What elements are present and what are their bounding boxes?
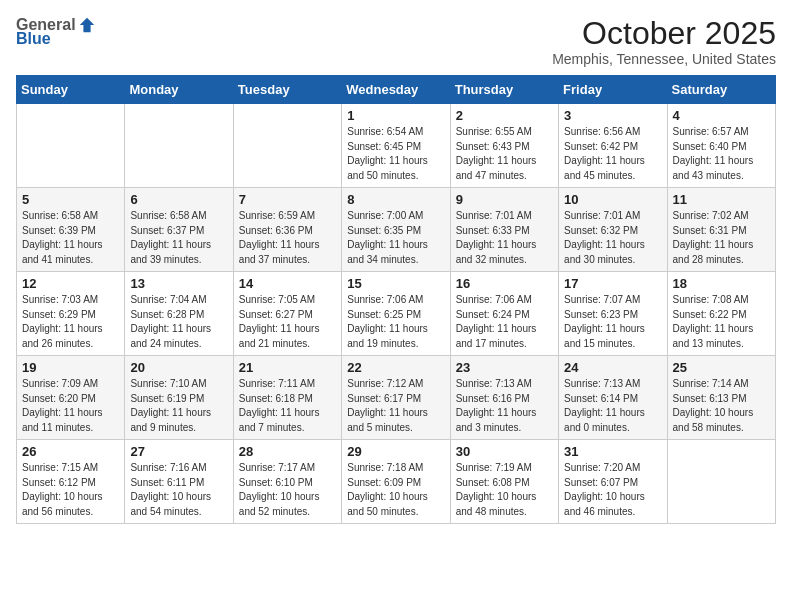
- calendar-week-row: 1Sunrise: 6:54 AM Sunset: 6:45 PM Daylig…: [17, 104, 776, 188]
- svg-marker-0: [79, 18, 93, 32]
- day-number: 11: [673, 192, 770, 207]
- calendar-cell: 11Sunrise: 7:02 AM Sunset: 6:31 PM Dayli…: [667, 188, 775, 272]
- day-number: 1: [347, 108, 444, 123]
- calendar-cell: [125, 104, 233, 188]
- calendar-table: SundayMondayTuesdayWednesdayThursdayFrid…: [16, 75, 776, 524]
- title-block: October 2025 Memphis, Tennessee, United …: [552, 16, 776, 67]
- day-info: Sunrise: 7:13 AM Sunset: 6:16 PM Dayligh…: [456, 377, 553, 435]
- day-info: Sunrise: 7:15 AM Sunset: 6:12 PM Dayligh…: [22, 461, 119, 519]
- day-info: Sunrise: 7:13 AM Sunset: 6:14 PM Dayligh…: [564, 377, 661, 435]
- calendar-cell: [233, 104, 341, 188]
- day-info: Sunrise: 7:07 AM Sunset: 6:23 PM Dayligh…: [564, 293, 661, 351]
- calendar-week-row: 19Sunrise: 7:09 AM Sunset: 6:20 PM Dayli…: [17, 356, 776, 440]
- calendar-cell: 9Sunrise: 7:01 AM Sunset: 6:33 PM Daylig…: [450, 188, 558, 272]
- day-number: 17: [564, 276, 661, 291]
- calendar-cell: 26Sunrise: 7:15 AM Sunset: 6:12 PM Dayli…: [17, 440, 125, 524]
- day-info: Sunrise: 7:14 AM Sunset: 6:13 PM Dayligh…: [673, 377, 770, 435]
- calendar-cell: 12Sunrise: 7:03 AM Sunset: 6:29 PM Dayli…: [17, 272, 125, 356]
- day-number: 10: [564, 192, 661, 207]
- day-info: Sunrise: 6:56 AM Sunset: 6:42 PM Dayligh…: [564, 125, 661, 183]
- logo-icon: [78, 16, 96, 34]
- day-info: Sunrise: 7:03 AM Sunset: 6:29 PM Dayligh…: [22, 293, 119, 351]
- weekday-header-monday: Monday: [125, 76, 233, 104]
- day-number: 5: [22, 192, 119, 207]
- day-info: Sunrise: 7:04 AM Sunset: 6:28 PM Dayligh…: [130, 293, 227, 351]
- calendar-header-row: SundayMondayTuesdayWednesdayThursdayFrid…: [17, 76, 776, 104]
- day-info: Sunrise: 7:16 AM Sunset: 6:11 PM Dayligh…: [130, 461, 227, 519]
- calendar-cell: 20Sunrise: 7:10 AM Sunset: 6:19 PM Dayli…: [125, 356, 233, 440]
- day-number: 7: [239, 192, 336, 207]
- calendar-cell: 14Sunrise: 7:05 AM Sunset: 6:27 PM Dayli…: [233, 272, 341, 356]
- day-info: Sunrise: 7:06 AM Sunset: 6:25 PM Dayligh…: [347, 293, 444, 351]
- day-number: 6: [130, 192, 227, 207]
- calendar-cell: [17, 104, 125, 188]
- calendar-week-row: 5Sunrise: 6:58 AM Sunset: 6:39 PM Daylig…: [17, 188, 776, 272]
- day-number: 23: [456, 360, 553, 375]
- day-info: Sunrise: 6:57 AM Sunset: 6:40 PM Dayligh…: [673, 125, 770, 183]
- calendar-cell: 7Sunrise: 6:59 AM Sunset: 6:36 PM Daylig…: [233, 188, 341, 272]
- calendar-cell: 30Sunrise: 7:19 AM Sunset: 6:08 PM Dayli…: [450, 440, 558, 524]
- calendar-cell: 1Sunrise: 6:54 AM Sunset: 6:45 PM Daylig…: [342, 104, 450, 188]
- calendar-cell: 28Sunrise: 7:17 AM Sunset: 6:10 PM Dayli…: [233, 440, 341, 524]
- calendar-cell: 13Sunrise: 7:04 AM Sunset: 6:28 PM Dayli…: [125, 272, 233, 356]
- day-number: 2: [456, 108, 553, 123]
- day-number: 27: [130, 444, 227, 459]
- calendar-cell: 19Sunrise: 7:09 AM Sunset: 6:20 PM Dayli…: [17, 356, 125, 440]
- calendar-cell: 29Sunrise: 7:18 AM Sunset: 6:09 PM Dayli…: [342, 440, 450, 524]
- calendar-cell: 16Sunrise: 7:06 AM Sunset: 6:24 PM Dayli…: [450, 272, 558, 356]
- day-number: 26: [22, 444, 119, 459]
- day-info: Sunrise: 6:58 AM Sunset: 6:37 PM Dayligh…: [130, 209, 227, 267]
- calendar-cell: 31Sunrise: 7:20 AM Sunset: 6:07 PM Dayli…: [559, 440, 667, 524]
- calendar-cell: 24Sunrise: 7:13 AM Sunset: 6:14 PM Dayli…: [559, 356, 667, 440]
- day-info: Sunrise: 6:55 AM Sunset: 6:43 PM Dayligh…: [456, 125, 553, 183]
- calendar-cell: 17Sunrise: 7:07 AM Sunset: 6:23 PM Dayli…: [559, 272, 667, 356]
- calendar-cell: 15Sunrise: 7:06 AM Sunset: 6:25 PM Dayli…: [342, 272, 450, 356]
- day-number: 20: [130, 360, 227, 375]
- day-number: 21: [239, 360, 336, 375]
- day-info: Sunrise: 7:01 AM Sunset: 6:33 PM Dayligh…: [456, 209, 553, 267]
- day-info: Sunrise: 7:06 AM Sunset: 6:24 PM Dayligh…: [456, 293, 553, 351]
- calendar-cell: 2Sunrise: 6:55 AM Sunset: 6:43 PM Daylig…: [450, 104, 558, 188]
- day-number: 12: [22, 276, 119, 291]
- calendar-cell: 18Sunrise: 7:08 AM Sunset: 6:22 PM Dayli…: [667, 272, 775, 356]
- day-number: 3: [564, 108, 661, 123]
- calendar-cell: 27Sunrise: 7:16 AM Sunset: 6:11 PM Dayli…: [125, 440, 233, 524]
- day-info: Sunrise: 6:54 AM Sunset: 6:45 PM Dayligh…: [347, 125, 444, 183]
- day-number: 29: [347, 444, 444, 459]
- day-info: Sunrise: 6:59 AM Sunset: 6:36 PM Dayligh…: [239, 209, 336, 267]
- calendar-cell: 22Sunrise: 7:12 AM Sunset: 6:17 PM Dayli…: [342, 356, 450, 440]
- calendar-cell: 4Sunrise: 6:57 AM Sunset: 6:40 PM Daylig…: [667, 104, 775, 188]
- day-info: Sunrise: 7:19 AM Sunset: 6:08 PM Dayligh…: [456, 461, 553, 519]
- day-number: 24: [564, 360, 661, 375]
- day-info: Sunrise: 7:02 AM Sunset: 6:31 PM Dayligh…: [673, 209, 770, 267]
- day-number: 4: [673, 108, 770, 123]
- day-info: Sunrise: 7:11 AM Sunset: 6:18 PM Dayligh…: [239, 377, 336, 435]
- weekday-header-saturday: Saturday: [667, 76, 775, 104]
- day-number: 18: [673, 276, 770, 291]
- calendar-cell: 21Sunrise: 7:11 AM Sunset: 6:18 PM Dayli…: [233, 356, 341, 440]
- calendar-cell: 10Sunrise: 7:01 AM Sunset: 6:32 PM Dayli…: [559, 188, 667, 272]
- calendar-cell: 25Sunrise: 7:14 AM Sunset: 6:13 PM Dayli…: [667, 356, 775, 440]
- weekday-header-wednesday: Wednesday: [342, 76, 450, 104]
- day-info: Sunrise: 7:18 AM Sunset: 6:09 PM Dayligh…: [347, 461, 444, 519]
- day-number: 19: [22, 360, 119, 375]
- day-number: 22: [347, 360, 444, 375]
- day-number: 25: [673, 360, 770, 375]
- day-info: Sunrise: 7:08 AM Sunset: 6:22 PM Dayligh…: [673, 293, 770, 351]
- day-info: Sunrise: 7:01 AM Sunset: 6:32 PM Dayligh…: [564, 209, 661, 267]
- calendar-week-row: 26Sunrise: 7:15 AM Sunset: 6:12 PM Dayli…: [17, 440, 776, 524]
- calendar-week-row: 12Sunrise: 7:03 AM Sunset: 6:29 PM Dayli…: [17, 272, 776, 356]
- calendar-cell: 23Sunrise: 7:13 AM Sunset: 6:16 PM Dayli…: [450, 356, 558, 440]
- day-info: Sunrise: 7:09 AM Sunset: 6:20 PM Dayligh…: [22, 377, 119, 435]
- day-number: 14: [239, 276, 336, 291]
- day-info: Sunrise: 7:17 AM Sunset: 6:10 PM Dayligh…: [239, 461, 336, 519]
- weekday-header-friday: Friday: [559, 76, 667, 104]
- calendar-cell: 6Sunrise: 6:58 AM Sunset: 6:37 PM Daylig…: [125, 188, 233, 272]
- logo: General Blue: [16, 16, 96, 48]
- location: Memphis, Tennessee, United States: [552, 51, 776, 67]
- calendar-cell: 8Sunrise: 7:00 AM Sunset: 6:35 PM Daylig…: [342, 188, 450, 272]
- calendar-cell: 5Sunrise: 6:58 AM Sunset: 6:39 PM Daylig…: [17, 188, 125, 272]
- weekday-header-tuesday: Tuesday: [233, 76, 341, 104]
- day-number: 8: [347, 192, 444, 207]
- day-number: 15: [347, 276, 444, 291]
